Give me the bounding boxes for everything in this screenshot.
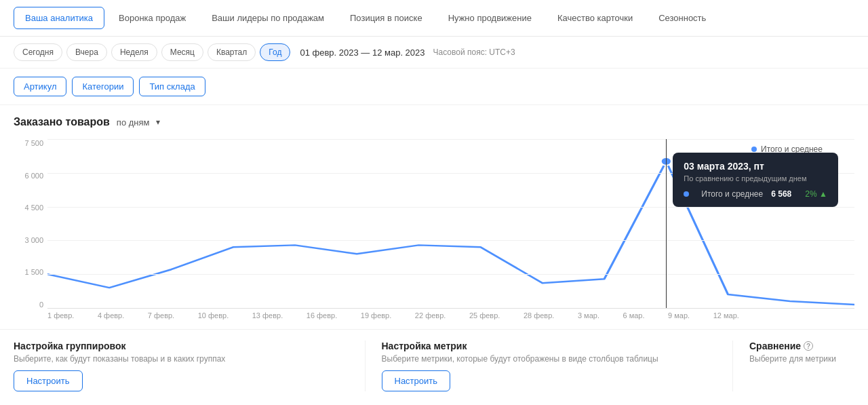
x-axis: 1 февр. 4 февр. 7 февр. 10 февр. 13 февр… — [47, 309, 739, 329]
grouping-title: Настройка группировок — [14, 341, 349, 351]
x-label-11: 6 мар. — [623, 311, 645, 320]
y-label-0: 0 — [14, 301, 47, 309]
timezone-label: Часовой пояс: UTC+3 — [433, 47, 515, 57]
chip-year[interactable]: Год — [260, 43, 290, 61]
grid-line-top — [47, 139, 854, 140]
chip-quarter[interactable]: Квартал — [208, 43, 256, 61]
comparison-desc: Выберите для метрики — [749, 354, 854, 364]
chip-week[interactable]: Неделя — [111, 43, 157, 61]
chart-container: 7 500 6 000 4 500 3 000 1 500 0 — [14, 139, 854, 329]
chip-month[interactable]: Месяц — [161, 43, 203, 61]
tab-search[interactable]: Позиция в поиске — [338, 7, 434, 29]
comparison-card: Сравнение ? Выберите для метрики — [732, 341, 854, 391]
x-label-5: 16 февр. — [307, 311, 337, 320]
x-label-6: 19 февр. — [361, 311, 391, 320]
x-label-3: 10 февр. — [198, 311, 229, 320]
x-label-2: 7 февр. — [148, 311, 174, 320]
help-icon[interactable]: ? — [804, 341, 813, 351]
x-label-13: 12 мар. — [713, 311, 739, 320]
y-label-4500: 4 500 — [14, 204, 47, 212]
tab-leaders[interactable]: Ваши лидеры по продажам — [200, 7, 336, 29]
grid-line-3 — [47, 240, 854, 241]
filter-article[interactable]: Артикул — [14, 77, 66, 96]
x-label-8: 25 февр. — [469, 311, 500, 320]
chip-today[interactable]: Сегодня — [14, 43, 62, 61]
tab-seasonality[interactable]: Сезонность — [647, 7, 717, 29]
x-label-4: 13 февр. — [252, 311, 283, 320]
tooltip-label: Итого и среднее — [701, 189, 763, 199]
up-arrow-icon: ▲ — [819, 189, 827, 199]
grouping-button[interactable]: Настроить — [14, 370, 83, 391]
chart-subtitle: по дням — [117, 117, 150, 128]
tab-quality[interactable]: Качество карточки — [546, 7, 644, 29]
legend-dot — [751, 147, 757, 152]
tab-funnel[interactable]: Воронка продаж — [107, 7, 197, 29]
tooltip-compare: По сравнению с предыдущим днем — [684, 174, 827, 182]
x-label-12: 9 мар. — [668, 311, 690, 320]
chart-title-row: Заказано товаров по дням ▾ — [14, 116, 854, 128]
chart-title: Заказано товаров — [14, 116, 110, 128]
metrics-card: Настройка метрик Выберите метрики, котор… — [365, 341, 733, 391]
grid-line-4 — [47, 274, 854, 275]
metrics-desc: Выберите метрики, которые будут отображе… — [382, 354, 717, 364]
chip-yesterday[interactable]: Вчера — [66, 43, 107, 61]
x-label-7: 22 февр. — [415, 311, 446, 320]
filter-warehouse[interactable]: Тип склада — [139, 77, 205, 96]
tooltip-change: 2% ▲ — [805, 189, 827, 199]
y-axis: 7 500 6 000 4 500 3 000 1 500 0 — [14, 139, 47, 309]
tab-analytics[interactable]: Ваша аналитика — [14, 7, 104, 29]
date-range: 01 февр. 2023 — 12 мар. 2023 — [300, 47, 425, 58]
tooltip-dot — [684, 191, 689, 197]
x-label-0: 1 февр. — [47, 311, 74, 320]
y-label-3000: 3 000 — [14, 236, 47, 244]
filter-categories[interactable]: Категории — [72, 77, 134, 96]
chart-plot-area: 03 марта 2023, пт По сравнению с предыду… — [47, 139, 854, 309]
tooltip-date: 03 марта 2023, пт — [684, 161, 827, 172]
y-label-7500: 7 500 — [14, 139, 47, 147]
tooltip-row: Итого и среднее 6 568 2% ▲ — [684, 189, 827, 199]
chevron-down-icon[interactable]: ▾ — [156, 117, 160, 127]
comparison-title: Сравнение ? — [749, 341, 854, 351]
date-bar: Сегодня Вчера Неделя Месяц Квартал Год 0… — [0, 37, 868, 69]
tab-promotion[interactable]: Нужно продвижение — [437, 7, 543, 29]
y-label-6000: 6 000 — [14, 172, 47, 180]
grouping-desc: Выберите, как будут показаны товары и в … — [14, 354, 349, 364]
chart-section: Заказано товаров по дням ▾ 7 500 6 000 4… — [0, 105, 868, 329]
chart-tooltip: 03 марта 2023, пт По сравнению с предыду… — [673, 153, 838, 207]
bottom-section: Настройка группировок Выберите, как буду… — [0, 329, 868, 402]
metrics-title: Настройка метрик — [382, 341, 717, 351]
metrics-button[interactable]: Настроить — [382, 370, 451, 391]
filter-bar: Артикул Категории Тип склада — [0, 69, 868, 105]
tooltip-value: 6 568 — [771, 189, 791, 199]
y-label-1500: 1 500 — [14, 268, 47, 276]
grouping-card: Настройка группировок Выберите, как буду… — [14, 341, 365, 391]
x-label-10: 3 мар. — [578, 311, 599, 320]
cursor-line — [666, 139, 667, 308]
x-label-1: 4 февр. — [98, 311, 124, 320]
x-label-9: 28 февр. — [524, 311, 554, 320]
top-nav: Ваша аналитика Воронка продаж Ваши лидер… — [0, 0, 868, 37]
